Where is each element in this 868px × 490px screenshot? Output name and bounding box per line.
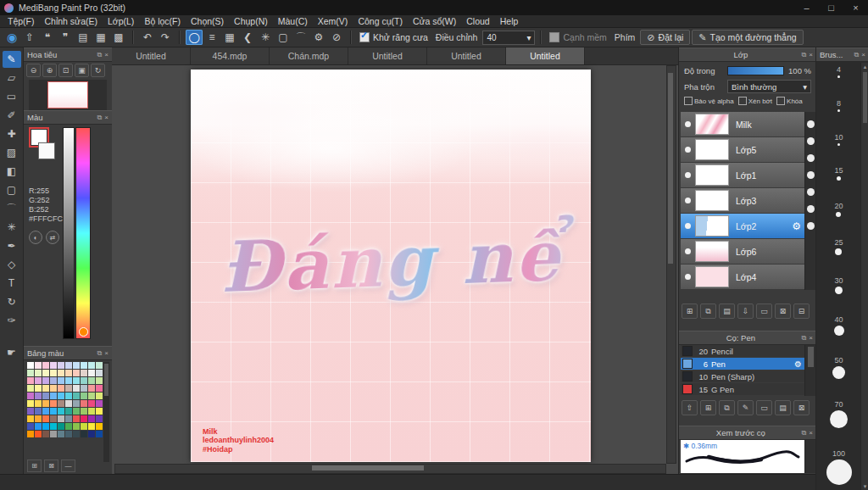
layer-visibility-dot[interactable]	[685, 121, 691, 127]
marquee-tool[interactable]: ▢	[3, 181, 21, 198]
layer-row-knob[interactable]	[807, 154, 815, 162]
shape-tool[interactable]: ◇	[3, 256, 21, 273]
eyedropper-tool[interactable]: ✑	[3, 312, 21, 329]
palette-swatch[interactable]	[73, 415, 80, 422]
select-rect-tool[interactable]: ▭	[3, 88, 21, 105]
dashed-box-icon[interactable]: ▢	[275, 30, 292, 45]
scrollbar-thumb[interactable]	[668, 73, 673, 264]
palette-swatch[interactable]	[88, 377, 95, 384]
zoom-out-icon[interactable]: ⊖	[26, 64, 41, 77]
background-color-swatch[interactable]	[38, 142, 55, 159]
lock-toggle[interactable]: Khóa	[776, 97, 803, 105]
document-tab[interactable]: Untitled	[427, 47, 506, 64]
scroll-down-icon[interactable]: ▾	[864, 482, 867, 490]
brush-size-entry[interactable]: 15	[834, 166, 843, 181]
layer-row-knob[interactable]	[807, 205, 815, 213]
palette-swatch[interactable]	[42, 415, 49, 422]
layer-row-knob[interactable]	[807, 171, 815, 179]
add-brush-icon[interactable]: ⊞	[700, 400, 716, 415]
palette-swatch[interactable]	[65, 377, 72, 384]
palette-swatch[interactable]	[58, 415, 64, 422]
merge-down-icon[interactable]: ⇩	[737, 303, 754, 319]
document-tab[interactable]: 454.mdp	[191, 47, 270, 64]
palette-swatch[interactable]	[35, 385, 42, 392]
brush-size-entry[interactable]: 30	[834, 276, 843, 294]
canvas[interactable]: Đáng nể Milkledoanthuylinh2004#Hoidap	[191, 70, 591, 462]
scroll-up-icon[interactable]: ▴	[864, 63, 867, 70]
fill-rect-tool[interactable]: ▨	[3, 144, 21, 161]
document-tab[interactable]: Chán.mdp	[270, 47, 348, 64]
brush-size-entry[interactable]: 25	[834, 238, 843, 255]
palette-swatch[interactable]	[50, 377, 57, 384]
palette-swatch[interactable]	[73, 393, 80, 399]
brush-size-entry[interactable]: 20	[834, 202, 843, 217]
layer-row[interactable]: Lớp2⚙	[681, 214, 804, 238]
layer-visibility-dot[interactable]	[685, 248, 691, 254]
palette-swatch[interactable]	[96, 415, 103, 422]
palette-swatch[interactable]	[73, 377, 80, 384]
rotate-tool[interactable]: ↻	[3, 293, 21, 310]
layer-visibility-dot[interactable]	[685, 223, 691, 229]
scrollbar-thumb[interactable]	[312, 465, 424, 471]
palette-swatch[interactable]	[65, 431, 72, 437]
delete-brush-icon[interactable]: ⊠	[793, 400, 810, 415]
palette-swatch[interactable]	[50, 415, 57, 422]
palette-swatch[interactable]	[96, 385, 103, 392]
palette-swatch[interactable]	[96, 423, 103, 430]
panel-float-icon[interactable]: ⧉	[854, 51, 860, 59]
palette-swatch[interactable]	[58, 362, 64, 369]
palette-swatch[interactable]	[73, 362, 80, 369]
palette-swatch[interactable]	[81, 385, 87, 392]
upload-icon[interactable]: ⇧	[21, 30, 38, 45]
palette-swatch[interactable]	[96, 400, 103, 407]
palette-swatch[interactable]	[88, 423, 95, 430]
brush-size-entry[interactable]: 10	[834, 133, 843, 146]
palette-swatch[interactable]	[58, 377, 64, 384]
move-tool[interactable]: ✚	[3, 125, 21, 142]
panel-close-icon[interactable]: ×	[104, 114, 108, 121]
lasso-tool[interactable]: ⌒	[3, 200, 21, 217]
scrollbar-thumb[interactable]	[808, 347, 814, 367]
palette-swatch[interactable]	[88, 393, 95, 399]
hue-cursor[interactable]	[79, 327, 88, 337]
palette-swatch[interactable]	[42, 377, 49, 384]
layer-row-knob[interactable]	[807, 222, 815, 230]
magic-wand-tool[interactable]: ✳	[3, 219, 21, 236]
layer-row[interactable]: Lớp4	[681, 264, 804, 289]
palette-swatch[interactable]	[88, 362, 95, 369]
menu-item[interactable]: Help	[495, 16, 524, 26]
hand-tool[interactable]: ☛	[3, 344, 21, 361]
palette-swatch[interactable]	[42, 423, 49, 430]
blend-mode-select[interactable]: Bình thường ▾	[727, 80, 811, 93]
palette-swatch[interactable]	[42, 385, 49, 392]
palette-swatch[interactable]	[96, 393, 103, 399]
sizes-scrollbar[interactable]: ▴ ▾	[860, 63, 868, 490]
menu-item[interactable]: Chọn(S)	[186, 16, 229, 26]
feedback-icon[interactable]: ❞	[57, 30, 74, 45]
palette-swatch[interactable]	[65, 408, 72, 415]
panel-float-icon[interactable]: ⧉	[802, 429, 807, 437]
palette-swatch[interactable]	[96, 370, 103, 376]
layer-visibility-dot[interactable]	[685, 274, 691, 280]
text-tool[interactable]: T	[3, 275, 21, 292]
palette-swatch[interactable]	[50, 385, 57, 392]
panel-close-icon[interactable]: ×	[809, 51, 813, 58]
palette-swatch[interactable]	[88, 385, 95, 392]
value-slider[interactable]	[63, 127, 75, 339]
palette-swatch[interactable]	[42, 400, 49, 407]
soft-edge-checkbox[interactable]	[549, 32, 559, 42]
close-button[interactable]: ×	[843, 0, 868, 15]
menu-item[interactable]: Tệp(F)	[3, 16, 40, 26]
clipping-toggle[interactable]: Xén bớt	[738, 97, 772, 105]
brush-size-entry[interactable]: 4	[837, 65, 841, 78]
lock-checkbox[interactable]	[776, 97, 785, 105]
vanish-point-icon[interactable]: ❮	[239, 30, 256, 45]
palette-swatch[interactable]	[88, 370, 95, 376]
grid-snap-icon[interactable]: ▦	[221, 30, 238, 45]
pen-nib-tool[interactable]: ✒	[3, 237, 21, 254]
brush-circle-icon[interactable]: ◯	[186, 30, 203, 45]
palette-swatch[interactable]	[27, 377, 34, 384]
menu-item[interactable]: Chụp(N)	[229, 16, 273, 26]
palette-swatch[interactable]	[50, 423, 57, 430]
redo-icon[interactable]: ↷	[157, 30, 174, 45]
